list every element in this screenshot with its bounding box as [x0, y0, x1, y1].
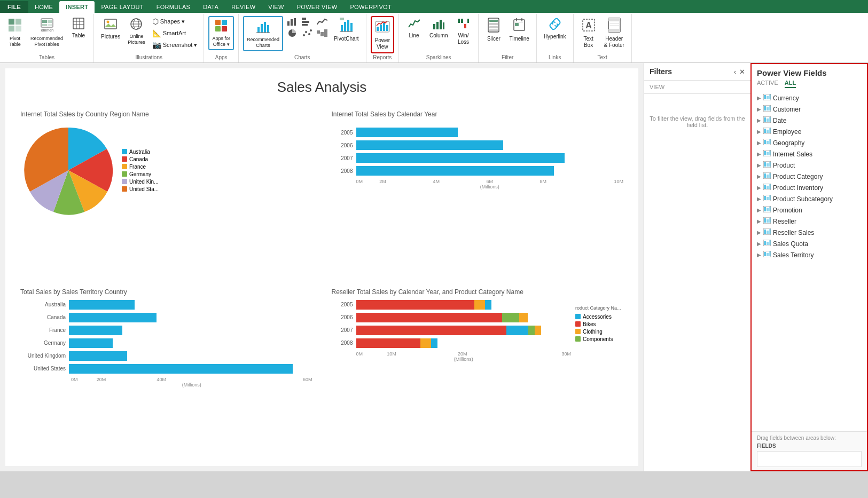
chart-buttons	[285, 16, 329, 38]
pv-field-item-sales-territory[interactable]: ▶ Sales Territory	[752, 249, 867, 260]
svg-point-39	[305, 31, 307, 33]
tab-review[interactable]: REVIEW	[225, 1, 262, 13]
line-sparkline-button[interactable]: Line	[403, 16, 425, 41]
header-footer-label: Header& Footer	[604, 36, 624, 49]
power-view-button[interactable]: PowerView	[371, 16, 394, 53]
pivot-chart-button[interactable]: PivotChart	[331, 16, 362, 44]
smartart-button[interactable]: 📐 SmartArt	[150, 28, 200, 38]
bikes-2008	[356, 338, 421, 348]
pv-field-item-product[interactable]: ▶ Product	[752, 160, 867, 171]
shapes-button[interactable]: ⬡ Shapes ▾	[150, 16, 200, 27]
other-chart-button[interactable]	[315, 28, 329, 38]
pv-field-item-product-inventory[interactable]: ▶ Product Inventory	[752, 182, 867, 193]
tab-all[interactable]: ALL	[785, 80, 796, 88]
pv-field-item-reseller-sales[interactable]: ▶ Reseller Sales	[752, 227, 867, 238]
svg-rect-85	[764, 106, 766, 110]
tab-active[interactable]: ACTIVE	[757, 80, 778, 88]
bar-chart-button[interactable]	[300, 16, 314, 27]
ribbon-group-text: A TextBox Heade	[574, 14, 632, 62]
slicer-button[interactable]: Slicer	[483, 16, 504, 44]
svg-rect-81	[764, 95, 766, 99]
svg-rect-53	[383, 23, 385, 31]
pictures-icon	[104, 18, 117, 33]
pv-fields-drop-zone[interactable]	[757, 451, 862, 467]
pie-chart-button[interactable]	[285, 28, 299, 38]
filters-close-button[interactable]: ✕	[739, 68, 745, 76]
svg-rect-1	[15, 19, 21, 25]
tab-insert[interactable]: INSERT	[59, 1, 95, 13]
pv-field-item-internet-sales[interactable]: ▶ Internet Sales	[752, 148, 867, 160]
apps-content: Apps forOffice ▾	[208, 16, 234, 53]
tab-power-view[interactable]: POWER VIEW	[291, 1, 344, 13]
field-arrow: ▶	[757, 140, 761, 146]
smartart-label: SmartArt	[163, 30, 186, 36]
pv-field-item-promotion[interactable]: ▶ Promotion	[752, 204, 867, 216]
ribbon-group-apps: Apps forOffice ▾ Apps	[204, 14, 239, 62]
pv-field-item-currency[interactable]: ▶ Currency	[752, 92, 867, 104]
scatter-chart-button[interactable]	[300, 28, 314, 38]
pv-field-item-product-subcategory[interactable]: ▶ Product Subcategory	[752, 193, 867, 204]
bar-axis3-unit: (Millions)	[71, 382, 312, 388]
svg-rect-133	[764, 241, 766, 245]
svg-rect-64	[489, 20, 498, 22]
svg-rect-107	[769, 162, 771, 167]
tab-page-layout[interactable]: PAGE LAYOUT	[95, 1, 150, 13]
svg-rect-117	[764, 196, 766, 200]
pv-field-item-sales-quota[interactable]: ▶ Sales Quota	[752, 238, 867, 249]
svg-rect-49	[340, 18, 344, 20]
svg-rect-52	[380, 25, 382, 31]
tab-formulas[interactable]: FORMULAS	[150, 1, 197, 13]
pivot-table-button[interactable]: PivotTable	[4, 16, 26, 49]
accessories-label: Accessories	[583, 314, 612, 320]
bar-axis2-unit: (Millions)	[356, 184, 624, 189]
tab-powerpivot[interactable]: POWERPIVOT	[343, 1, 398, 13]
filter-group-label: Filter	[502, 54, 513, 60]
table-button[interactable]: Table	[68, 16, 89, 41]
tab-file[interactable]: FILE	[0, 1, 28, 13]
field-arrow: ▶	[757, 218, 761, 224]
pv-field-item-employee[interactable]: ▶ Employee	[752, 126, 867, 137]
column-sparkline-button[interactable]: Column	[427, 16, 450, 41]
screenshot-button[interactable]: 📷 Screenshot ▾	[150, 39, 200, 50]
apps-for-office-button[interactable]: Apps forOffice ▾	[208, 16, 234, 50]
tables-group-label: Tables	[39, 54, 54, 60]
field-icon	[763, 105, 771, 113]
pv-field-item-customer[interactable]: ▶ Customer	[752, 104, 867, 115]
pictures-button[interactable]: Pictures	[98, 16, 123, 42]
field-icon	[763, 172, 771, 180]
pv-field-item-reseller[interactable]: ▶ Reseller	[752, 216, 867, 227]
recommended-pivottables-button[interactable]: Recommended RecommendedPivotTables	[28, 16, 66, 49]
filters-collapse-button[interactable]: ‹	[734, 68, 736, 76]
bar-label-germany3: Germany	[20, 340, 66, 346]
pv-field-item-date[interactable]: ▶ Date	[752, 115, 867, 126]
tab-view[interactable]: VIEW	[262, 1, 290, 13]
links-group-label: Links	[549, 54, 561, 60]
win-loss-sparkline-button[interactable]: Win/Loss	[452, 16, 474, 47]
tab-data[interactable]: DATA	[197, 1, 225, 13]
bar-label-2005: 2005	[332, 130, 353, 136]
text-box-button[interactable]: A TextBox	[578, 16, 599, 50]
svg-rect-54	[386, 25, 388, 31]
svg-rect-22	[215, 20, 221, 25]
bar-label-uk3: United Kingdom	[20, 353, 66, 359]
svg-rect-89	[764, 117, 766, 122]
line-chart-button[interactable]	[315, 16, 329, 27]
tab-home[interactable]: HOME	[28, 1, 59, 13]
svg-rect-138	[767, 253, 769, 256]
recommended-charts-button[interactable]: RecommendedCharts	[243, 16, 283, 51]
hyperlink-button[interactable]: Hyperlink	[541, 16, 569, 42]
svg-rect-103	[769, 151, 771, 155]
svg-rect-98	[767, 141, 769, 144]
column-chart-button[interactable]	[285, 16, 299, 27]
svg-rect-31	[287, 21, 290, 26]
bar-fill-uk3	[69, 351, 127, 361]
header-footer-button[interactable]: Header& Footer	[601, 16, 627, 50]
pv-field-item-geography[interactable]: ▶ Geography	[752, 137, 867, 148]
online-pictures-button[interactable]: OnlinePictures	[125, 16, 148, 47]
timeline-button[interactable]: Timeline	[506, 16, 531, 44]
bar-chart-icon	[302, 17, 312, 26]
pv-field-item-product-category[interactable]: ▶ Product Category	[752, 171, 867, 182]
svg-rect-134	[767, 242, 769, 245]
line-sparkline-icon	[408, 18, 420, 31]
svg-rect-32	[291, 19, 293, 26]
